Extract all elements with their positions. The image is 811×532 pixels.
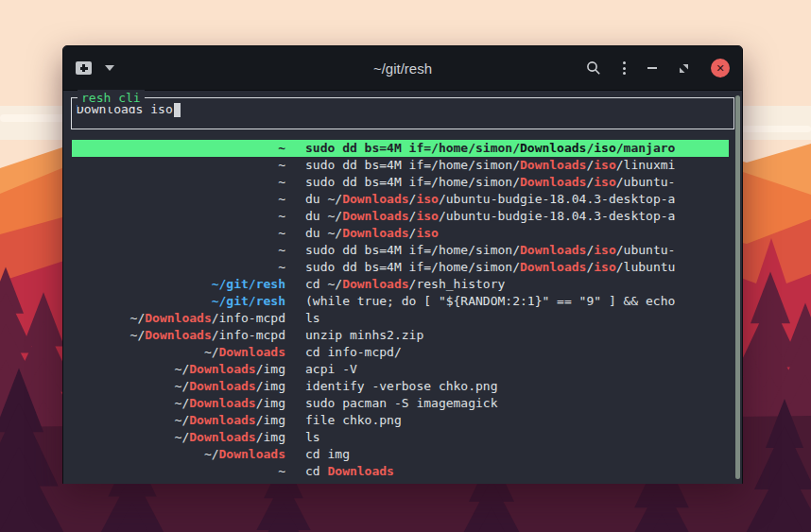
history-row[interactable]: ~/Downloads/imgacpi -V bbox=[72, 361, 729, 378]
history-row[interactable]: ~/Downloads/imgsudo pacman -S imagemagic… bbox=[72, 395, 729, 412]
text-segment: sudo dd bs=4M if=/home/simon/ bbox=[305, 243, 520, 257]
text-segment: /ubuntu- bbox=[616, 175, 676, 189]
history-row-pwd: ~ bbox=[72, 225, 285, 242]
history-row[interactable]: ~/git/reshcd ~/Downloads/resh_history bbox=[72, 276, 729, 293]
text-segment: cd img bbox=[305, 447, 350, 461]
menu-button[interactable] bbox=[623, 61, 626, 75]
history-row-pwd: ~/Downloads bbox=[72, 344, 285, 361]
text-segment: iso bbox=[416, 192, 438, 206]
text-segment: /ubuntu- bbox=[616, 243, 676, 257]
history-row-cmd: acpi -V bbox=[305, 361, 729, 378]
history-row-pwd: ~ bbox=[72, 140, 285, 157]
history-row[interactable]: ~/Downloads/imgidentify -verbose chko.pn… bbox=[72, 378, 729, 395]
titlebar-left bbox=[76, 61, 255, 75]
history-row-cmd: file chko.png bbox=[305, 412, 729, 429]
history-row[interactable]: ~sudo dd bs=4M if=/home/simon/Downloads/… bbox=[72, 157, 729, 174]
close-button[interactable]: ✕ bbox=[711, 59, 730, 77]
history-list: ~sudo dd bs=4M if=/home/simon/Downloads/… bbox=[72, 140, 729, 480]
history-row[interactable]: ~sudo dd bs=4M if=/home/simon/Downloads/… bbox=[72, 174, 729, 191]
titlebar[interactable]: ~/git/resh bbox=[63, 46, 742, 91]
history-row[interactable]: ~sudo dd bs=4M if=/home/simon/Downloads/… bbox=[72, 242, 729, 259]
text-segment: ~/ bbox=[130, 328, 146, 342]
window-title: ~/git/resh bbox=[255, 60, 550, 77]
search-input[interactable]: Downloads iso bbox=[72, 98, 733, 121]
text-segment: /img bbox=[256, 362, 285, 376]
new-tab-button[interactable] bbox=[76, 61, 92, 75]
scrollbar[interactable] bbox=[735, 95, 740, 479]
text-segment: identify -verbose chko.png bbox=[305, 379, 498, 393]
history-row-pwd: ~/Downloads/img bbox=[72, 395, 285, 412]
history-row[interactable]: ~du ~/Downloads/iso/ubuntu-budgie-18.04.… bbox=[72, 208, 729, 225]
text-segment: Downloads bbox=[189, 379, 255, 393]
history-row-cmd: du ~/Downloads/iso/ubuntu-budgie-18.04.3… bbox=[305, 208, 729, 225]
history-row-pwd: ~ bbox=[72, 259, 285, 276]
text-segment: unzip minhs2.zip bbox=[305, 328, 423, 342]
history-row-cmd: sudo dd bs=4M if=/home/simon/Downloads/i… bbox=[305, 174, 729, 191]
text-segment: ~/ bbox=[175, 413, 190, 427]
history-row[interactable]: ~/Downloads/imgls bbox=[72, 429, 729, 446]
text-segment: /ubuntu-budgie-18.04.3-desktop-a bbox=[439, 192, 675, 206]
text-segment: /info-mcpd bbox=[212, 328, 285, 342]
text-segment: cd info-mcpd/ bbox=[305, 345, 402, 359]
text-segment: ~ bbox=[278, 464, 285, 478]
history-row-pwd: ~/Downloads bbox=[72, 446, 285, 463]
text-segment: ls bbox=[305, 311, 320, 325]
restore-button[interactable] bbox=[679, 63, 689, 74]
text-segment: Downloads bbox=[189, 430, 255, 444]
history-row-cmd: du ~/Downloads/iso bbox=[305, 225, 729, 242]
history-row[interactable]: ~/Downloadscd img bbox=[72, 446, 729, 463]
history-row[interactable]: ~cd Downloads bbox=[72, 463, 729, 480]
history-row-pwd: ~/git/resh bbox=[72, 293, 285, 310]
history-row[interactable]: ~/Downloadscd info-mcpd/ bbox=[72, 344, 729, 361]
history-row-pwd: ~ bbox=[72, 174, 285, 191]
text-segment: iso bbox=[594, 141, 615, 155]
history-row[interactable]: ~du ~/Downloads/iso/ubuntu-budgie-18.04.… bbox=[72, 191, 729, 208]
text-segment: acpi -V bbox=[305, 362, 357, 376]
search-button[interactable] bbox=[586, 60, 601, 76]
text-segment: iso bbox=[594, 260, 615, 274]
minimize-button[interactable] bbox=[647, 67, 657, 69]
desktop: ~/git/resh bbox=[0, 0, 811, 532]
text-cursor bbox=[174, 103, 181, 117]
history-row-cmd: ls bbox=[305, 429, 729, 446]
history-row-cmd: du ~/Downloads/iso/ubuntu-budgie-18.04.3… bbox=[305, 191, 729, 208]
text-segment: sudo pacman -S imagemagick bbox=[305, 396, 498, 410]
terminal-screen: resh cli Downloads iso ~sudo dd bs=4M if… bbox=[63, 91, 742, 484]
history-row[interactable]: ~/Downloads/info-mcpdunzip minhs2.zip bbox=[72, 327, 729, 344]
menu-kebab-icon bbox=[623, 61, 626, 75]
text-segment: ~ bbox=[278, 226, 285, 240]
history-row-pwd: ~ bbox=[72, 208, 285, 225]
history-row[interactable]: ~du ~/Downloads/iso bbox=[72, 225, 729, 242]
history-row-cmd: sudo pacman -S imagemagick bbox=[305, 395, 729, 412]
history-row-cmd: (while true; do [ "${RANDOM:2:1}" == "9"… bbox=[305, 293, 729, 310]
text-segment: ~ bbox=[278, 158, 285, 172]
history-row[interactable]: ~/Downloads/imgfile chko.png bbox=[72, 412, 729, 429]
history-row-cmd: cd ~/Downloads/resh_history bbox=[305, 276, 729, 293]
resh-search-box: resh cli Downloads iso bbox=[71, 97, 734, 129]
text-segment: du ~/ bbox=[305, 209, 342, 223]
text-segment: ~ bbox=[278, 260, 285, 274]
history-row[interactable]: ~sudo dd bs=4M if=/home/simon/Downloads/… bbox=[72, 259, 729, 276]
text-segment: sudo dd bs=4M if=/home/simon/ bbox=[305, 141, 520, 155]
history-row-pwd: ~/Downloads/img bbox=[72, 429, 285, 446]
text-segment: Downloads bbox=[145, 328, 211, 342]
text-segment: iso bbox=[416, 209, 438, 223]
history-row-pwd: ~/git/resh bbox=[72, 276, 285, 293]
text-segment: cd bbox=[305, 464, 327, 478]
text-segment: /manjaro bbox=[616, 141, 676, 155]
history-row[interactable]: ~/Downloads/info-mcpdls bbox=[72, 310, 729, 327]
history-row[interactable]: ~/git/resh(while true; do [ "${RANDOM:2:… bbox=[72, 293, 729, 310]
history-row-pwd: ~ bbox=[72, 242, 285, 259]
history-row-cmd: sudo dd bs=4M if=/home/simon/Downloads/i… bbox=[305, 259, 729, 276]
text-segment: sudo dd bs=4M if=/home/simon/ bbox=[305, 175, 520, 189]
history-row-cmd: cd img bbox=[305, 446, 729, 463]
chevron-down-icon bbox=[105, 65, 114, 71]
tab-list-button[interactable] bbox=[105, 65, 114, 71]
history-row[interactable]: ~sudo dd bs=4M if=/home/simon/Downloads/… bbox=[72, 140, 729, 157]
history-row-cmd: unzip minhs2.zip bbox=[305, 327, 729, 344]
text-segment: /resh_history bbox=[409, 277, 506, 291]
history-row-pwd: ~ bbox=[72, 191, 285, 208]
text-segment: Downloads bbox=[520, 141, 586, 155]
text-segment: Downloads bbox=[189, 413, 255, 427]
history-row-cmd: identify -verbose chko.png bbox=[305, 378, 729, 395]
